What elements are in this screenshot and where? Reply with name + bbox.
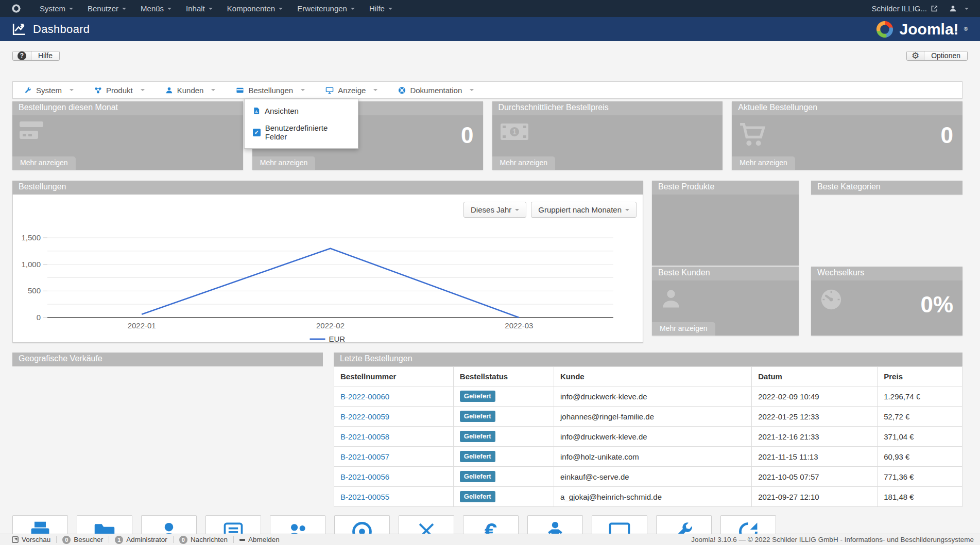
topbar-label: Komponenten	[227, 4, 275, 13]
price-cell: 52,72 €	[878, 407, 962, 427]
joomla-symbol-icon	[11, 4, 21, 13]
customer-cell: info@druckwerk-kleve.de	[554, 427, 751, 447]
topbar-item-inhalt[interactable]: Inhalt	[179, 0, 220, 17]
date-cell: 2022-02-09 10:49	[752, 386, 878, 407]
order-link[interactable]: B-2022-00059	[340, 412, 389, 421]
status-badge: Geliefert	[460, 491, 495, 502]
site-preview-link[interactable]: Schilder ILLIG...	[871, 4, 938, 13]
admin-label: Administrator	[126, 536, 167, 543]
topbar-item-komponenten[interactable]: Komponenten	[220, 0, 290, 17]
more-link[interactable]: Mehr anzeigen	[492, 156, 556, 170]
topbar-item-menus[interactable]: Menüs	[133, 0, 179, 17]
visitors-label: Besucher	[74, 536, 103, 543]
order-link[interactable]: B-2021-00056	[340, 472, 389, 481]
messages-label: Nachrichten	[191, 536, 228, 543]
svg-text:1,000: 1,000	[21, 260, 41, 269]
topbar-item-benutzer[interactable]: Benutzer	[80, 0, 133, 17]
menubar-item-kunden[interactable]: Kunden	[165, 86, 216, 95]
user-menu[interactable]	[949, 5, 969, 12]
table-row: B-2021-00058 Geliefert info@druckwerk-kl…	[334, 427, 962, 447]
exchange-rate-panel: Wechselkurs 0%	[811, 267, 962, 336]
user-icon	[165, 86, 173, 94]
menubar-item-produkt[interactable]: Produkt	[94, 86, 145, 95]
topbar-item-erweiterungen[interactable]: Erweiterungen	[290, 0, 362, 17]
date-cell: 2021-11-15 11:13	[752, 447, 878, 467]
status-badge: Geliefert	[460, 451, 495, 462]
dropdown-item-benutzerdefinierte-felder[interactable]: ✓ Benutzerdefinierte Felder	[245, 119, 358, 145]
customer-cell: info@holz-unikate.com	[554, 447, 751, 467]
menubar-item-system[interactable]: System	[24, 86, 74, 95]
panel-title: Wechselkurs	[811, 267, 962, 280]
component-titlebar: Dashboard Joomla!®	[0, 17, 980, 41]
svg-text:1: 1	[512, 128, 517, 136]
more-link[interactable]: Mehr anzeigen	[12, 156, 76, 170]
chevron-down-icon	[388, 8, 392, 10]
money-check-icon	[20, 121, 43, 139]
table-row: B-2021-00056 Geliefert einkauf@c-serve.d…	[334, 467, 962, 487]
topbar-menu: System Benutzer Menüs Inhalt Komponenten…	[32, 0, 400, 17]
chevron-down-icon	[373, 89, 377, 91]
menubar-item-anzeige[interactable]: Anzeige	[325, 86, 377, 95]
price-cell: 60,93 €	[878, 447, 962, 467]
chevron-down-icon	[70, 89, 74, 91]
status-badge: Geliefert	[460, 431, 495, 442]
chevron-down-icon	[515, 209, 519, 211]
more-link[interactable]: Mehr anzeigen	[652, 322, 715, 336]
more-link[interactable]: Mehr anzeigen	[252, 156, 316, 170]
check-square-icon: ✓	[253, 129, 261, 136]
chart-filter-buttons: Dieses Jahr Gruppiert nach Monaten	[463, 202, 637, 218]
period-dropdown-button[interactable]: Dieses Jahr	[463, 202, 526, 218]
status-badge: Geliefert	[460, 411, 495, 422]
chevron-down-icon	[625, 209, 629, 211]
options-button[interactable]: ⚙ Optionen	[906, 51, 968, 61]
chevron-down-icon	[351, 8, 355, 10]
topbar-label: Erweiterungen	[297, 4, 347, 13]
svg-text:1,500: 1,500	[21, 233, 41, 242]
order-link[interactable]: B-2021-00058	[340, 432, 389, 441]
panel-title: Beste Kategorien	[811, 181, 962, 195]
table-row: B-2021-00055 Geliefert a_gjokaj@heinrich…	[334, 487, 962, 507]
order-link[interactable]: B-2021-00057	[340, 452, 389, 461]
orders-chart-panel: Bestellungen Dieses Jahr Gruppiert nach …	[12, 181, 643, 343]
chevron-down-icon	[167, 8, 171, 10]
order-link[interactable]: B-2021-00055	[340, 493, 389, 501]
panel-title: Geografische Verkäufe	[12, 353, 323, 366]
admins-status[interactable]: 1 Administrator	[109, 536, 173, 544]
order-link[interactable]: B-2022-00060	[340, 392, 389, 401]
best-products-panel: Beste Produkte	[652, 181, 799, 266]
gauge-icon	[819, 288, 843, 313]
topbar-label: Benutzer	[88, 4, 118, 13]
topbar-item-system[interactable]: System	[32, 0, 80, 17]
preview-link[interactable]: Vorschau	[6, 536, 56, 543]
logout-link[interactable]: Abmelden	[234, 536, 285, 543]
menubar-item-bestellungen[interactable]: Bestellungen	[236, 86, 305, 95]
product-nodes-icon	[94, 86, 102, 94]
topbar-label: System	[40, 4, 65, 13]
grouping-label: Gruppiert nach Monaten	[538, 205, 622, 214]
menubar-item-dokumentation[interactable]: Dokumentation	[398, 86, 474, 95]
help-button[interactable]: ? Hilfe	[12, 51, 60, 61]
chevron-down-icon	[122, 8, 126, 10]
customer-cell: einkauf@c-serve.de	[554, 467, 751, 487]
component-menubar: System Produkt Kunden Bestellungen Anzei…	[12, 81, 962, 99]
chart-line-icon	[12, 23, 26, 36]
more-link[interactable]: Mehr anzeigen	[732, 156, 795, 170]
menubar-label: Dokumentation	[410, 86, 462, 95]
card-value: 0	[461, 122, 473, 148]
admin-topbar: System Benutzer Menüs Inhalt Komponenten…	[0, 0, 980, 17]
visitors-status[interactable]: 0 Besucher	[57, 536, 109, 544]
grouping-dropdown-button[interactable]: Gruppiert nach Monaten	[531, 202, 637, 218]
messages-status[interactable]: 0 Nachrichten	[174, 536, 233, 544]
visitors-count-badge: 0	[62, 536, 71, 544]
price-cell: 1.296,74 €	[878, 386, 962, 407]
help-icon: ?	[13, 51, 31, 60]
topbar-item-hilfe[interactable]: Hilfe	[362, 0, 400, 17]
col-bestellstatus: Bestellstatus	[453, 367, 554, 386]
money-bill-icon: 1	[500, 121, 529, 144]
panel-title: Beste Kunden	[652, 267, 799, 280]
desktop-icon	[325, 86, 334, 94]
stat-cards-row: Bestellungen diesen Monat Mehr anzeigen …	[12, 101, 962, 170]
geographic-sales-panel: Geografische Verkäufe	[12, 353, 323, 366]
dropdown-item-ansichten[interactable]: Ansichten	[245, 102, 358, 119]
svg-text:2022-03: 2022-03	[505, 321, 533, 330]
